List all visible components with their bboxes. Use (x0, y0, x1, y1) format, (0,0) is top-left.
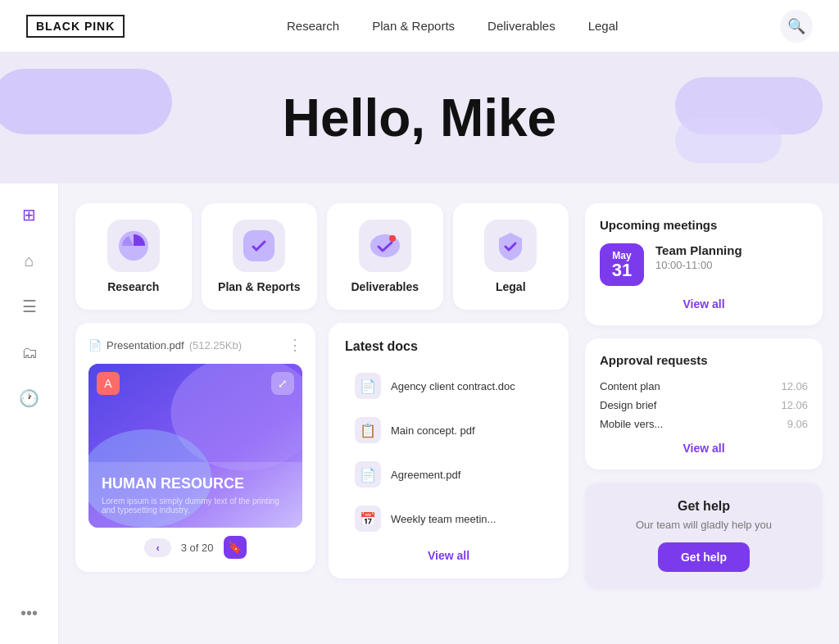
doc-icon-2: 📄 (355, 461, 381, 488)
sidebar: ⊞ ⌂ ☰ 🗂 🕐 ••• (0, 184, 59, 644)
file-icon: 📄 (88, 339, 102, 351)
page-counter: 3 of 20 (181, 542, 214, 554)
help-card: Get help Our team will gladly help you G… (585, 483, 823, 588)
doc-icon-3: 📅 (355, 506, 381, 532)
hero-decoration-left (0, 69, 172, 134)
brand-logo[interactable]: BLACK PINK (26, 15, 125, 38)
docs-view-all-link[interactable]: View all (345, 549, 552, 562)
approval-item-1: Design brief 12.06 (600, 396, 808, 415)
doc-name-1: Main concept. pdf (391, 424, 475, 437)
sidebar-icon-list[interactable]: ☰ (15, 292, 44, 321)
bookmark-button[interactable]: 🔖 (224, 536, 247, 559)
file-section: 📄 Presentation.pdf (512.25Kb) ⋮ (75, 323, 315, 572)
file-name-label: 📄 Presentation.pdf (512.25Kb) (88, 339, 242, 351)
nav-plan-reports[interactable]: Plan & Reports (372, 19, 455, 33)
meeting-date: May 31 (600, 243, 644, 286)
sidebar-icon-dashboard[interactable]: ⊞ (15, 200, 44, 229)
main-layout: ⊞ ⌂ ☰ 🗂 🕐 ••• Research Plan (0, 184, 839, 644)
approval-name-0: Content plan (600, 380, 660, 392)
meetings-view-all-link[interactable]: View all (600, 297, 808, 311)
doc-item-2[interactable]: 📄 Agreement.pdf (345, 454, 552, 495)
approval-name-2: Mobile vers... (600, 418, 663, 430)
meeting-day: 31 (611, 261, 633, 279)
file-preview-content: HUMAN RESOURCE Lorem ipsum is simply dum… (88, 462, 302, 528)
sidebar-icon-folder[interactable]: 🗂 (15, 338, 44, 367)
approval-item-0: Content plan 12.06 (600, 377, 808, 396)
content-area: Research Plan & Reports Deliverables (59, 184, 839, 644)
sidebar-icon-more[interactable]: ••• (15, 598, 44, 628)
category-deliverables[interactable]: Deliverables (327, 203, 443, 310)
meetings-card: Upcoming meetings May 31 Team Planning 1… (585, 203, 823, 325)
doc-name-0: Agency client contract.doc (391, 380, 515, 392)
file-options-button[interactable]: ⋮ (288, 336, 302, 354)
doc-item-1[interactable]: 📋 Main concept. pdf (345, 410, 552, 451)
approval-time-0: 12.06 (781, 380, 808, 392)
bottom-row: 📄 Presentation.pdf (512.25Kb) ⋮ (75, 323, 569, 578)
meeting-name: Team Planning (655, 243, 808, 257)
top-navigation: BLACK PINK Research Plan & Reports Deliv… (0, 0, 839, 52)
approval-title: Approval requests (600, 353, 808, 367)
category-deliverables-label: Deliverables (351, 280, 420, 293)
latest-docs-card: Latest docs 📄 Agency client contract.doc… (329, 323, 569, 578)
doc-name-2: Agreement.pdf (391, 469, 460, 481)
nav-deliverables[interactable]: Deliverables (488, 19, 556, 33)
file-preview-image: A ⤢ HUMAN RESOURCE Lorem ipsum is simply… (88, 364, 302, 528)
nav-research[interactable]: Research (287, 19, 339, 33)
nav-legal[interactable]: Legal (588, 19, 619, 33)
meeting-time: 10:00-11:00 (655, 259, 808, 271)
hero-banner: Hello, Mike (0, 52, 839, 184)
file-preview-title: HUMAN RESOURCE (102, 475, 289, 493)
category-research-label: Research (107, 280, 159, 293)
approval-card: Approval requests Content plan 12.06 Des… (585, 338, 823, 469)
file-size-text: (512.25Kb) (189, 339, 242, 351)
prev-page-button[interactable]: ‹ (144, 538, 170, 557)
hero-decoration-right2 (675, 118, 782, 163)
doc-icon-0: 📄 (355, 373, 381, 399)
category-research[interactable]: Research (75, 203, 192, 310)
category-research-icon (107, 220, 160, 272)
doc-item-3[interactable]: 📅 Weekly team meetin... (345, 498, 552, 539)
category-legal[interactable]: Legal (453, 203, 569, 310)
file-name-text: Presentation.pdf (107, 339, 184, 351)
approvals-view-all-link[interactable]: View all (600, 442, 808, 455)
category-legal-label: Legal (496, 280, 526, 293)
meeting-info: Team Planning 10:00-11:00 (655, 243, 808, 271)
meetings-title: Upcoming meetings (600, 218, 808, 232)
search-icon: 🔍 (787, 17, 805, 35)
category-plan-reports[interactable]: Plan & Reports (202, 203, 318, 310)
category-plan-reports-icon (233, 220, 285, 272)
category-plan-reports-label: Plan & Reports (218, 280, 300, 293)
help-button[interactable]: Get help (658, 542, 750, 572)
meeting-item-0: May 31 Team Planning 10:00-11:00 (600, 243, 808, 286)
help-title: Get help (601, 499, 806, 514)
help-subtitle: Our team will gladly help you (601, 519, 806, 531)
latest-docs-title: Latest docs (345, 339, 552, 354)
doc-item-0[interactable]: 📄 Agency client contract.doc (345, 365, 552, 406)
doc-name-3: Weekly team meetin... (391, 513, 496, 525)
sidebar-icon-home[interactable]: ⌂ (15, 246, 44, 275)
file-type-icon: A (97, 372, 120, 395)
approval-name-1: Design brief (600, 399, 656, 411)
category-legal-icon (484, 220, 537, 272)
category-cards: Research Plan & Reports Deliverables (75, 203, 569, 310)
left-column: Research Plan & Reports Deliverables (75, 203, 569, 624)
right-column: Upcoming meetings May 31 Team Planning 1… (585, 203, 823, 624)
nav-links: Research Plan & Reports Deliverables Leg… (287, 19, 618, 33)
doc-icon-1: 📋 (355, 417, 381, 443)
approval-time-2: 9.06 (787, 418, 808, 430)
hero-greeting: Hello, Mike (283, 88, 556, 148)
svg-point-3 (389, 235, 396, 242)
file-header: 📄 Presentation.pdf (512.25Kb) ⋮ (88, 336, 302, 354)
approval-time-1: 12.06 (781, 399, 808, 411)
file-pagination: ‹ 3 of 20 🔖 (88, 536, 302, 559)
sidebar-icon-clock[interactable]: 🕐 (15, 383, 44, 413)
approval-item-2: Mobile vers... 9.06 (600, 415, 808, 433)
file-preview-section: 📄 Presentation.pdf (512.25Kb) ⋮ (75, 323, 315, 578)
latest-docs-section: Latest docs 📄 Agency client contract.doc… (329, 323, 569, 578)
file-preview-subtitle: Lorem ipsum is simply dummy text of the … (102, 497, 289, 515)
file-expand-button[interactable]: ⤢ (271, 372, 294, 395)
category-deliverables-icon (359, 220, 411, 272)
search-button[interactable]: 🔍 (780, 10, 813, 43)
